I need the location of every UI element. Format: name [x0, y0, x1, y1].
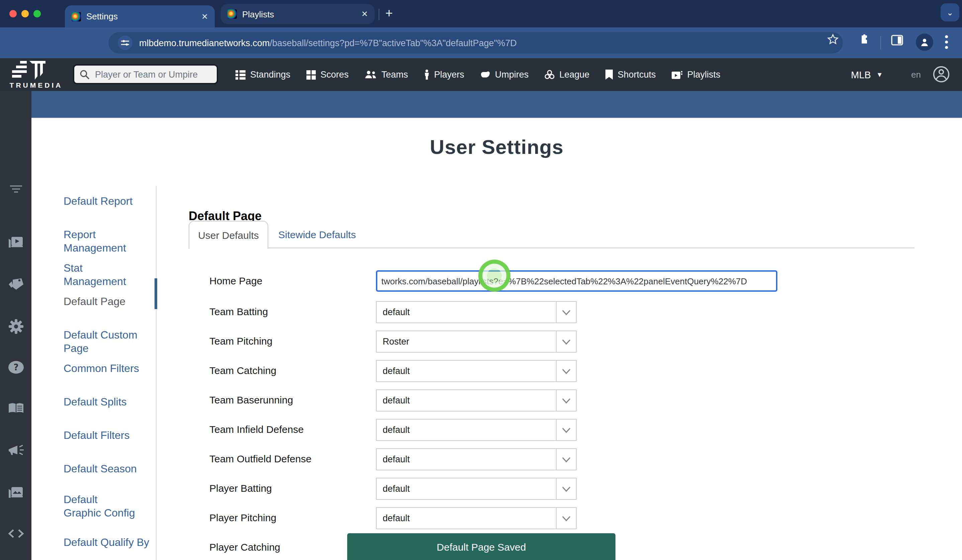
home-plate-icon[interactable]	[0, 278, 31, 290]
select-value: default	[377, 302, 557, 323]
extensions-icon[interactable]	[858, 34, 870, 48]
nav-label: Players	[434, 69, 464, 80]
row-label: Player Pitching	[210, 512, 276, 523]
active-menu-indicator	[155, 278, 157, 309]
select-value: default	[377, 361, 557, 381]
row-label: Team Infield Defense	[210, 423, 304, 435]
tab-search-chevron-icon[interactable]: ⌄	[941, 3, 959, 21]
chevron-down-icon	[557, 449, 576, 470]
locale-label[interactable]: en	[911, 58, 921, 91]
playlists-icon	[671, 70, 682, 79]
toast-message: Default Page Saved	[437, 541, 526, 560]
side-panel-icon[interactable]	[891, 35, 903, 48]
menu-item-default-report[interactable]: Default Report	[63, 195, 142, 208]
browser-tab-settings[interactable]: Settings ✕	[65, 5, 215, 27]
chevron-down-icon	[557, 331, 576, 352]
nav-label: Playlists	[687, 69, 720, 80]
kebab-menu-icon[interactable]: •••	[944, 34, 948, 50]
browser-tab-strip: Settings ✕ Playlists ✕ + ⌄	[0, 0, 962, 27]
filter-icon[interactable]	[0, 185, 31, 193]
chevron-down-icon	[557, 302, 576, 323]
tab-close-icon[interactable]: ✕	[201, 12, 208, 21]
global-search[interactable]	[73, 64, 218, 84]
search-input[interactable]	[94, 69, 211, 80]
team-catching-select[interactable]: default	[376, 360, 577, 382]
code-icon[interactable]	[0, 529, 31, 538]
tabs-underline	[189, 247, 915, 248]
team-batting-select[interactable]: default	[376, 301, 577, 323]
row-label: Team Baserunning	[210, 394, 293, 405]
url-host: mlbdemo.trumedianetworks.com	[139, 38, 270, 48]
menu-item-default-season[interactable]: Default Season	[63, 462, 142, 476]
tab-divider	[379, 9, 379, 20]
select-value: Roster	[377, 331, 557, 352]
site-settings-tune-icon[interactable]	[118, 36, 132, 50]
search-icon	[80, 69, 90, 79]
video-library-icon[interactable]	[0, 236, 31, 249]
menu-item-default-page[interactable]: Default Page	[63, 295, 142, 308]
bookmark-star-icon[interactable]	[827, 34, 839, 48]
menu-item-common-filters[interactable]: Common Filters	[63, 362, 142, 375]
menu-item-default-custom-page[interactable]: Default Custom Page	[63, 329, 142, 355]
nav-item-league[interactable]: League	[544, 69, 589, 80]
megaphone-icon[interactable]	[0, 444, 31, 456]
browser-tab-playlists[interactable]: Playlists ✕	[221, 4, 374, 24]
media-gallery-icon[interactable]	[0, 486, 31, 499]
profile-avatar[interactable]	[916, 34, 933, 51]
help-icon[interactable]: ?	[0, 361, 31, 374]
nav-items: Standings Scores Teams Players Umpires L…	[236, 58, 720, 91]
select-value: default	[377, 478, 557, 499]
page-title: User Settings	[31, 136, 962, 158]
trumedia-brand-text[interactable]: TRUMEDIA	[4, 81, 68, 89]
toast-notification: Default Page Saved	[347, 533, 615, 560]
row-label: Team Catching	[210, 365, 276, 376]
select-value: default	[377, 390, 557, 411]
url-bar[interactable]: mlbdemo.trumedianetworks.com/baseball/se…	[108, 32, 843, 53]
nav-item-players[interactable]: Players	[424, 69, 464, 80]
new-tab-button[interactable]: +	[385, 6, 393, 21]
menu-item-default-qualify-by[interactable]: Default Qualify By	[63, 536, 154, 549]
gear-icon[interactable]	[0, 319, 31, 334]
menu-item-report-management[interactable]: Report Management	[63, 228, 142, 255]
menu-item-default-filters[interactable]: Default Filters	[63, 429, 142, 442]
team-pitching-select[interactable]: Roster	[376, 331, 577, 353]
select-value: default	[377, 420, 557, 440]
nav-item-standings[interactable]: Standings	[236, 69, 291, 80]
user-account-icon[interactable]	[933, 66, 950, 86]
click-indicator-ring	[478, 260, 510, 292]
window-zoom-button[interactable]	[34, 10, 41, 18]
tab-user-defaults[interactable]: User Defaults	[189, 221, 268, 249]
team-baserunning-select[interactable]: default	[376, 389, 577, 412]
menu-item-default-graphic-config[interactable]: Default Graphic Config	[63, 493, 137, 520]
window-minimize-button[interactable]	[21, 10, 29, 18]
app-sidebar: ?	[0, 91, 31, 560]
nav-item-playlists[interactable]: Playlists	[671, 69, 720, 80]
team-infield-defense-select[interactable]: default	[376, 419, 577, 441]
menu-item-default-splits[interactable]: Default Splits	[63, 395, 142, 409]
umpires-icon	[480, 70, 491, 79]
nav-label: Umpires	[495, 69, 529, 80]
menu-item-stat-management[interactable]: Stat Management	[63, 261, 142, 288]
nav-item-teams[interactable]: Teams	[365, 69, 408, 80]
chevron-down-icon	[557, 420, 576, 440]
nav-item-scores[interactable]: Scores	[307, 69, 349, 80]
player-batting-select[interactable]: default	[376, 478, 577, 500]
home-page-label: Home Page	[210, 275, 262, 286]
home-page-input[interactable]	[376, 270, 777, 292]
site-favicon	[72, 12, 81, 21]
nav-item-umpires[interactable]: Umpires	[480, 69, 529, 80]
row-label: Player Batting	[210, 483, 272, 494]
chevron-down-icon	[557, 478, 576, 499]
trumedia-logo-icon[interactable]	[11, 61, 51, 82]
nav-label: League	[559, 69, 589, 80]
nav-item-shortcuts[interactable]: Shortcuts	[605, 69, 655, 80]
player-pitching-select[interactable]: default	[376, 507, 577, 529]
team-outfield-defense-select[interactable]: default	[376, 448, 577, 470]
tab-close-icon[interactable]: ✕	[361, 10, 368, 19]
league-selector[interactable]: MLB ▼	[851, 58, 883, 91]
nav-label: Standings	[250, 69, 291, 80]
players-icon	[424, 69, 429, 80]
glossary-book-icon[interactable]	[0, 403, 31, 414]
window-close-button[interactable]	[10, 10, 17, 18]
tab-sitewide-defaults[interactable]: Sitewide Defaults	[267, 221, 367, 247]
